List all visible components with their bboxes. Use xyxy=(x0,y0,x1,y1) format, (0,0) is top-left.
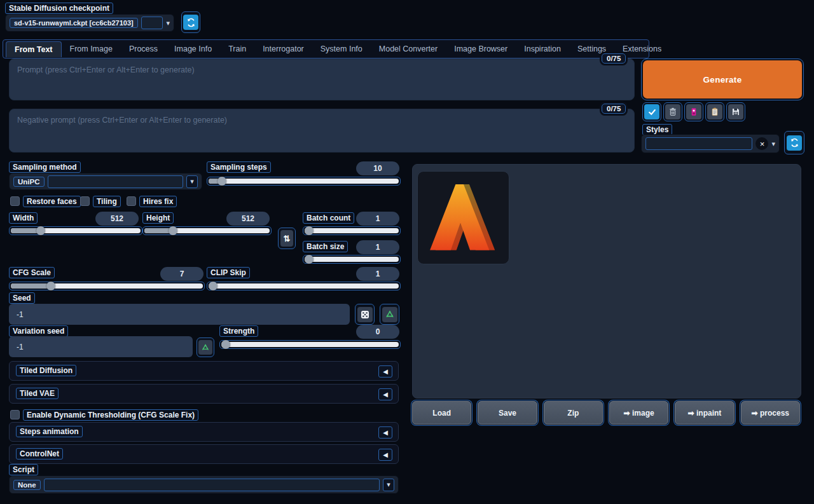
chevron-down-icon[interactable]: ▾ xyxy=(186,175,198,188)
random-seed-button[interactable] xyxy=(355,304,375,325)
sampling-steps-value[interactable]: 10 xyxy=(356,161,399,175)
cfg-scale-value[interactable]: 7 xyxy=(160,267,204,281)
width-value[interactable]: 512 xyxy=(95,212,139,226)
reuse-variation-seed-button[interactable] xyxy=(197,337,214,357)
batch-count-label: Batch count xyxy=(303,212,354,224)
script-dropdown[interactable]: None ▾ xyxy=(9,475,399,494)
refresh-styles-button[interactable] xyxy=(784,131,804,154)
batch-size-value[interactable]: 1 xyxy=(356,240,399,254)
recycle-icon xyxy=(198,340,212,355)
accordion-collapse-icon[interactable]: ◀ xyxy=(378,388,392,400)
output-actions-row: Load Save Zip ➡ image ➡ inpaint ➡ proces… xyxy=(412,401,800,425)
refresh-icon xyxy=(787,135,802,151)
sampling-steps-slider[interactable] xyxy=(207,177,401,186)
clear-prompt-button[interactable] xyxy=(663,102,682,121)
accordion-collapse-icon[interactable]: ◀ xyxy=(378,426,392,439)
sampling-method-dropdown[interactable]: UniPC ▾ xyxy=(9,173,202,190)
sampling-method-input[interactable] xyxy=(48,175,184,188)
checkpoint-dropdown[interactable]: sd-v15-runwayml.ckpt [cc6cb27103] ▾ xyxy=(5,14,174,32)
height-slider[interactable] xyxy=(142,226,272,235)
variation-strength-slider[interactable] xyxy=(219,340,401,349)
batch-size-slider[interactable] xyxy=(303,255,401,264)
clip-skip-slider[interactable] xyxy=(207,282,401,290)
steps-animation-label: Steps animation xyxy=(16,426,83,437)
prompt-input[interactable] xyxy=(9,58,635,100)
hires-fix-label: Hires fix xyxy=(139,196,177,207)
apply-styles-button[interactable] xyxy=(705,102,724,121)
save-style-button[interactable] xyxy=(726,102,745,121)
styles-input[interactable] xyxy=(645,137,752,150)
sampling-method-value[interactable]: UniPC xyxy=(13,177,45,187)
tiling-checkbox[interactable] xyxy=(80,196,90,206)
refresh-checkpoints-button[interactable] xyxy=(181,11,200,33)
tab-process[interactable]: Process xyxy=(121,41,166,57)
script-value[interactable]: None xyxy=(13,480,41,490)
load-button[interactable]: Load xyxy=(412,401,471,425)
script-input[interactable] xyxy=(44,479,380,491)
result-gallery-panel xyxy=(412,164,801,398)
send-to-image-button[interactable]: ➡ image xyxy=(609,401,668,425)
tiled-vae-accordion[interactable]: Tiled VAE ◀ xyxy=(9,384,399,404)
tab-model-converter[interactable]: Model Converter xyxy=(371,41,446,57)
generate-button[interactable]: Generate xyxy=(643,60,802,99)
width-slider[interactable] xyxy=(9,226,142,235)
checkpoint-value[interactable]: sd-v15-runwayml.ckpt [cc6cb27103] xyxy=(10,18,138,28)
chevron-down-icon[interactable]: ▾ xyxy=(166,20,170,27)
tiling-label: Tiling xyxy=(93,196,121,207)
send-to-process-button[interactable]: ➡ process xyxy=(741,401,800,425)
app-window: Stable Diffusion checkpoint sd-v15-runwa… xyxy=(0,0,814,504)
height-value[interactable]: 512 xyxy=(226,212,270,226)
variation-seed-label: Variation seed xyxy=(9,325,68,337)
gallery-thumbnail[interactable] xyxy=(417,171,509,264)
restore-faces-label: Restore faces xyxy=(23,196,81,207)
accordion-collapse-icon[interactable]: ◀ xyxy=(378,449,392,461)
main-tabbar: From Text From Image Process Image Info … xyxy=(3,39,649,58)
reuse-seed-button[interactable] xyxy=(380,304,399,325)
batch-count-slider[interactable] xyxy=(303,226,401,235)
check-icon xyxy=(644,104,659,119)
variation-strength-label: Strength xyxy=(219,325,258,337)
cfg-scale-slider[interactable] xyxy=(9,282,205,290)
checkpoint-search-input[interactable] xyxy=(141,17,163,29)
tab-interrogator[interactable]: Interrogator xyxy=(254,41,312,57)
paste-params-button[interactable] xyxy=(642,102,661,121)
styles-dropdown[interactable]: × ▾ xyxy=(641,134,780,153)
clear-styles-icon[interactable]: × xyxy=(755,137,768,150)
clip-skip-value[interactable]: 1 xyxy=(356,267,399,281)
tab-image-info[interactable]: Image Info xyxy=(166,41,220,57)
batch-size-label: Batch size xyxy=(303,241,348,252)
dynamic-thresholding-checkbox[interactable] xyxy=(10,410,20,419)
tab-system-info[interactable]: System Info xyxy=(312,41,371,57)
hires-fix-checkbox[interactable] xyxy=(127,196,136,206)
clipboard-icon xyxy=(707,104,722,119)
tab-image-browser[interactable]: Image Browser xyxy=(446,41,516,57)
tab-from-text[interactable]: From Text xyxy=(6,41,62,57)
extra-networks-button[interactable] xyxy=(684,102,703,121)
zip-button[interactable]: Zip xyxy=(544,401,603,425)
variation-seed-input[interactable] xyxy=(9,336,193,357)
tab-from-image[interactable]: From Image xyxy=(62,41,121,57)
batch-count-value[interactable]: 1 xyxy=(356,212,399,226)
swap-width-height-button[interactable]: ⇅ xyxy=(278,228,296,249)
dice-icon xyxy=(357,307,373,322)
send-to-inpaint-button[interactable]: ➡ inpaint xyxy=(675,401,734,425)
steps-animation-accordion[interactable]: Steps animation ◀ xyxy=(9,422,399,442)
tab-inspiration[interactable]: Inspiration xyxy=(516,41,569,57)
trash-icon xyxy=(665,104,680,119)
tab-train[interactable]: Train xyxy=(220,41,254,57)
negative-prompt-input[interactable] xyxy=(9,109,635,153)
accordion-collapse-icon[interactable]: ◀ xyxy=(378,365,392,378)
save-button[interactable]: Save xyxy=(478,401,537,425)
controlnet-accordion[interactable]: ControlNet ◀ xyxy=(9,444,399,464)
seed-input[interactable] xyxy=(9,304,350,325)
recycle-icon xyxy=(382,307,397,322)
tiled-diffusion-accordion[interactable]: Tiled Diffusion ◀ xyxy=(9,361,399,381)
width-label: Width xyxy=(9,212,38,224)
dynamic-thresholding-label: Enable Dynamic Thresholding (CFG Scale F… xyxy=(23,409,198,421)
chevron-down-icon[interactable]: ▾ xyxy=(771,140,775,147)
restore-faces-checkbox[interactable] xyxy=(10,196,20,206)
variation-strength-value[interactable]: 0 xyxy=(356,325,399,339)
clip-skip-label: CLIP Skip xyxy=(207,267,250,278)
chevron-down-icon[interactable]: ▾ xyxy=(383,479,394,491)
checkpoint-label: Stable Diffusion checkpoint xyxy=(5,3,113,14)
